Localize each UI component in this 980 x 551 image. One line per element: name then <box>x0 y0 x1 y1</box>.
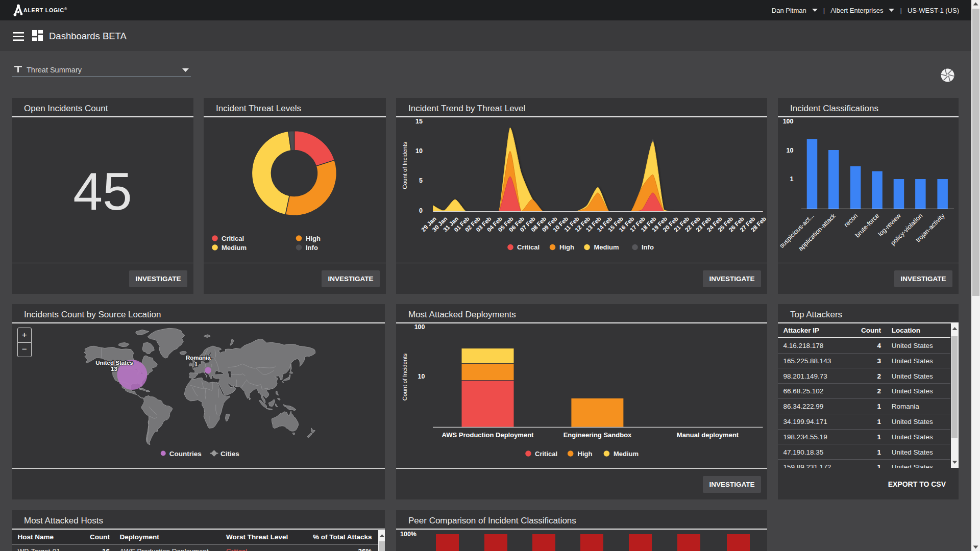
svg-text:Count of Incidents: Count of Incidents <box>402 353 408 400</box>
svg-text:Medium: Medium <box>222 244 247 252</box>
svg-text:1: 1 <box>790 176 794 183</box>
svg-text:0: 0 <box>419 207 423 214</box>
svg-text:Critical: Critical <box>517 243 540 251</box>
svg-text:Critical: Critical <box>535 450 557 458</box>
svg-text:Info: Info <box>306 244 318 252</box>
svg-text:10: 10 <box>418 373 425 380</box>
svg-text:Manual deployment: Manual deployment <box>677 431 739 439</box>
svg-text:10: 10 <box>415 147 423 155</box>
svg-text:Critical: Critical <box>222 235 244 242</box>
svg-text:High: High <box>306 235 321 242</box>
svg-text:1: 1 <box>194 361 198 367</box>
svg-text:Count of Incidents: Count of Incidents <box>402 142 408 189</box>
svg-text:Engineering Sandbox: Engineering Sandbox <box>564 431 632 439</box>
svg-text:United States: United States <box>95 360 133 366</box>
svg-text:13: 13 <box>111 366 117 372</box>
svg-text:Countries: Countries <box>169 450 202 458</box>
svg-text:application-attack: application-attack <box>797 212 837 252</box>
svg-text:recon: recon <box>843 212 859 229</box>
svg-text:AWS Production Deployment: AWS Production Deployment <box>442 431 534 439</box>
svg-text:Info: Info <box>642 243 654 251</box>
svg-text:10: 10 <box>787 147 794 154</box>
svg-text:High: High <box>559 243 574 251</box>
svg-text:Romania: Romania <box>186 355 211 361</box>
svg-text:Medium: Medium <box>614 450 639 458</box>
svg-text:Cities: Cities <box>220 450 239 458</box>
svg-text:Medium: Medium <box>594 243 619 251</box>
svg-text:15: 15 <box>415 118 423 125</box>
svg-text:100: 100 <box>414 323 425 331</box>
svg-text:5: 5 <box>419 177 423 184</box>
svg-text:100: 100 <box>783 118 794 125</box>
svg-text:High: High <box>578 450 593 458</box>
